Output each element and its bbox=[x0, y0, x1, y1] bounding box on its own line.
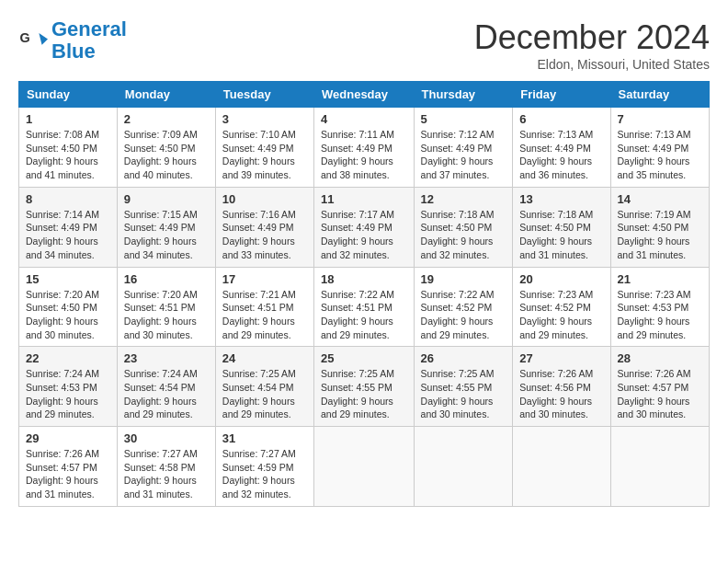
header-tuesday: Tuesday bbox=[215, 82, 313, 108]
calendar-cell: 25Sunrise: 7:25 AM Sunset: 4:55 PM Dayli… bbox=[314, 347, 415, 427]
calendar-cell: 11Sunrise: 7:17 AM Sunset: 4:49 PM Dayli… bbox=[314, 187, 415, 267]
calendar-cell bbox=[414, 427, 513, 507]
title-block: December 2024 Eldon, Missouri, United St… bbox=[474, 18, 710, 72]
day-detail: Sunrise: 7:24 AM Sunset: 4:53 PM Dayligh… bbox=[26, 367, 110, 421]
day-detail: Sunrise: 7:13 AM Sunset: 4:49 PM Dayligh… bbox=[519, 128, 603, 182]
day-detail: Sunrise: 7:22 AM Sunset: 4:51 PM Dayligh… bbox=[321, 288, 407, 342]
logo-icon: G bbox=[18, 26, 48, 55]
day-number: 17 bbox=[222, 272, 307, 286]
day-detail: Sunrise: 7:16 AM Sunset: 4:49 PM Dayligh… bbox=[222, 208, 307, 262]
day-number: 9 bbox=[124, 192, 209, 206]
calendar-table: SundayMondayTuesdayWednesdayThursdayFrid… bbox=[18, 81, 710, 507]
day-number: 25 bbox=[321, 351, 407, 365]
logo-text: General Blue bbox=[51, 18, 127, 63]
day-detail: Sunrise: 7:27 AM Sunset: 4:59 PM Dayligh… bbox=[222, 447, 307, 501]
day-detail: Sunrise: 7:21 AM Sunset: 4:51 PM Dayligh… bbox=[222, 288, 307, 342]
header-friday: Friday bbox=[513, 82, 610, 108]
day-detail: Sunrise: 7:23 AM Sunset: 4:52 PM Dayligh… bbox=[519, 288, 603, 342]
logo-blue: Blue bbox=[51, 40, 96, 63]
day-number: 7 bbox=[618, 112, 702, 126]
calendar-cell: 2Sunrise: 7:09 AM Sunset: 4:50 PM Daylig… bbox=[117, 108, 215, 188]
calendar-week-row: 8Sunrise: 7:14 AM Sunset: 4:49 PM Daylig… bbox=[19, 187, 710, 267]
calendar-cell: 26Sunrise: 7:25 AM Sunset: 4:55 PM Dayli… bbox=[414, 347, 513, 427]
day-number: 26 bbox=[421, 351, 506, 365]
calendar-cell: 18Sunrise: 7:22 AM Sunset: 4:51 PM Dayli… bbox=[314, 267, 415, 347]
calendar-cell: 9Sunrise: 7:15 AM Sunset: 4:49 PM Daylig… bbox=[117, 187, 215, 267]
header-thursday: Thursday bbox=[414, 82, 513, 108]
day-number: 4 bbox=[321, 112, 407, 126]
day-detail: Sunrise: 7:27 AM Sunset: 4:58 PM Dayligh… bbox=[124, 447, 209, 501]
day-detail: Sunrise: 7:26 AM Sunset: 4:56 PM Dayligh… bbox=[519, 367, 603, 421]
day-number: 20 bbox=[519, 272, 603, 286]
day-number: 24 bbox=[222, 351, 307, 365]
day-number: 6 bbox=[519, 112, 603, 126]
day-detail: Sunrise: 7:14 AM Sunset: 4:49 PM Dayligh… bbox=[26, 208, 110, 262]
day-number: 22 bbox=[26, 351, 110, 365]
calendar-cell: 15Sunrise: 7:20 AM Sunset: 4:50 PM Dayli… bbox=[19, 267, 118, 347]
calendar-cell: 28Sunrise: 7:26 AM Sunset: 4:57 PM Dayli… bbox=[610, 347, 709, 427]
day-detail: Sunrise: 7:17 AM Sunset: 4:49 PM Dayligh… bbox=[321, 208, 407, 262]
header-monday: Monday bbox=[117, 82, 215, 108]
day-detail: Sunrise: 7:25 AM Sunset: 4:55 PM Dayligh… bbox=[321, 367, 407, 421]
calendar-cell: 12Sunrise: 7:18 AM Sunset: 4:50 PM Dayli… bbox=[414, 187, 513, 267]
calendar-cell: 5Sunrise: 7:12 AM Sunset: 4:49 PM Daylig… bbox=[414, 108, 513, 188]
day-detail: Sunrise: 7:10 AM Sunset: 4:49 PM Dayligh… bbox=[222, 128, 307, 182]
day-number: 16 bbox=[124, 272, 209, 286]
header-saturday: Saturday bbox=[610, 82, 709, 108]
day-detail: Sunrise: 7:18 AM Sunset: 4:50 PM Dayligh… bbox=[519, 208, 603, 262]
calendar-cell: 27Sunrise: 7:26 AM Sunset: 4:56 PM Dayli… bbox=[513, 347, 610, 427]
calendar-cell: 6Sunrise: 7:13 AM Sunset: 4:49 PM Daylig… bbox=[513, 108, 610, 188]
day-number: 12 bbox=[421, 192, 506, 206]
day-detail: Sunrise: 7:15 AM Sunset: 4:49 PM Dayligh… bbox=[124, 208, 209, 262]
calendar-cell: 24Sunrise: 7:25 AM Sunset: 4:54 PM Dayli… bbox=[215, 347, 313, 427]
day-detail: Sunrise: 7:26 AM Sunset: 4:57 PM Dayligh… bbox=[26, 447, 110, 501]
day-number: 11 bbox=[321, 192, 407, 206]
day-number: 13 bbox=[519, 192, 603, 206]
calendar-cell: 10Sunrise: 7:16 AM Sunset: 4:49 PM Dayli… bbox=[215, 187, 313, 267]
calendar-cell: 19Sunrise: 7:22 AM Sunset: 4:52 PM Dayli… bbox=[414, 267, 513, 347]
calendar-week-row: 15Sunrise: 7:20 AM Sunset: 4:50 PM Dayli… bbox=[19, 267, 710, 347]
day-number: 31 bbox=[222, 431, 307, 445]
day-number: 2 bbox=[124, 112, 209, 126]
day-detail: Sunrise: 7:20 AM Sunset: 4:50 PM Dayligh… bbox=[26, 288, 110, 342]
day-detail: Sunrise: 7:13 AM Sunset: 4:49 PM Dayligh… bbox=[618, 128, 702, 182]
day-detail: Sunrise: 7:19 AM Sunset: 4:50 PM Dayligh… bbox=[618, 208, 702, 262]
calendar-subtitle: Eldon, Missouri, United States bbox=[474, 57, 710, 72]
day-number: 19 bbox=[421, 272, 506, 286]
day-number: 8 bbox=[26, 192, 110, 206]
calendar-header-row: SundayMondayTuesdayWednesdayThursdayFrid… bbox=[19, 82, 710, 108]
calendar-cell: 7Sunrise: 7:13 AM Sunset: 4:49 PM Daylig… bbox=[610, 108, 709, 188]
calendar-cell: 31Sunrise: 7:27 AM Sunset: 4:59 PM Dayli… bbox=[215, 427, 313, 507]
calendar-title: December 2024 bbox=[474, 18, 710, 57]
calendar-cell bbox=[610, 427, 709, 507]
header-wednesday: Wednesday bbox=[314, 82, 415, 108]
logo: G General Blue bbox=[18, 18, 127, 63]
svg-text:G: G bbox=[20, 30, 30, 45]
day-number: 27 bbox=[519, 351, 603, 365]
day-number: 1 bbox=[26, 112, 110, 126]
day-number: 28 bbox=[618, 351, 702, 365]
day-detail: Sunrise: 7:09 AM Sunset: 4:50 PM Dayligh… bbox=[124, 128, 209, 182]
calendar-cell: 3Sunrise: 7:10 AM Sunset: 4:49 PM Daylig… bbox=[215, 108, 313, 188]
day-number: 21 bbox=[618, 272, 702, 286]
calendar-cell: 22Sunrise: 7:24 AM Sunset: 4:53 PM Dayli… bbox=[19, 347, 118, 427]
calendar-cell: 16Sunrise: 7:20 AM Sunset: 4:51 PM Dayli… bbox=[117, 267, 215, 347]
day-detail: Sunrise: 7:08 AM Sunset: 4:50 PM Dayligh… bbox=[26, 128, 110, 182]
calendar-cell: 14Sunrise: 7:19 AM Sunset: 4:50 PM Dayli… bbox=[610, 187, 709, 267]
day-detail: Sunrise: 7:12 AM Sunset: 4:49 PM Dayligh… bbox=[421, 128, 506, 182]
day-detail: Sunrise: 7:20 AM Sunset: 4:51 PM Dayligh… bbox=[124, 288, 209, 342]
calendar-cell: 20Sunrise: 7:23 AM Sunset: 4:52 PM Dayli… bbox=[513, 267, 610, 347]
calendar-week-row: 22Sunrise: 7:24 AM Sunset: 4:53 PM Dayli… bbox=[19, 347, 710, 427]
calendar-cell: 30Sunrise: 7:27 AM Sunset: 4:58 PM Dayli… bbox=[117, 427, 215, 507]
calendar-week-row: 1Sunrise: 7:08 AM Sunset: 4:50 PM Daylig… bbox=[19, 108, 710, 188]
day-detail: Sunrise: 7:11 AM Sunset: 4:49 PM Dayligh… bbox=[321, 128, 407, 182]
day-detail: Sunrise: 7:25 AM Sunset: 4:55 PM Dayligh… bbox=[421, 367, 506, 421]
calendar-cell bbox=[513, 427, 610, 507]
page-header: G General Blue December 2024 Eldon, Miss… bbox=[18, 18, 710, 72]
svg-marker-1 bbox=[39, 33, 48, 45]
calendar-cell: 13Sunrise: 7:18 AM Sunset: 4:50 PM Dayli… bbox=[513, 187, 610, 267]
logo-general: General bbox=[51, 17, 127, 40]
day-number: 23 bbox=[124, 351, 209, 365]
calendar-cell: 8Sunrise: 7:14 AM Sunset: 4:49 PM Daylig… bbox=[19, 187, 118, 267]
calendar-week-row: 29Sunrise: 7:26 AM Sunset: 4:57 PM Dayli… bbox=[19, 427, 710, 507]
